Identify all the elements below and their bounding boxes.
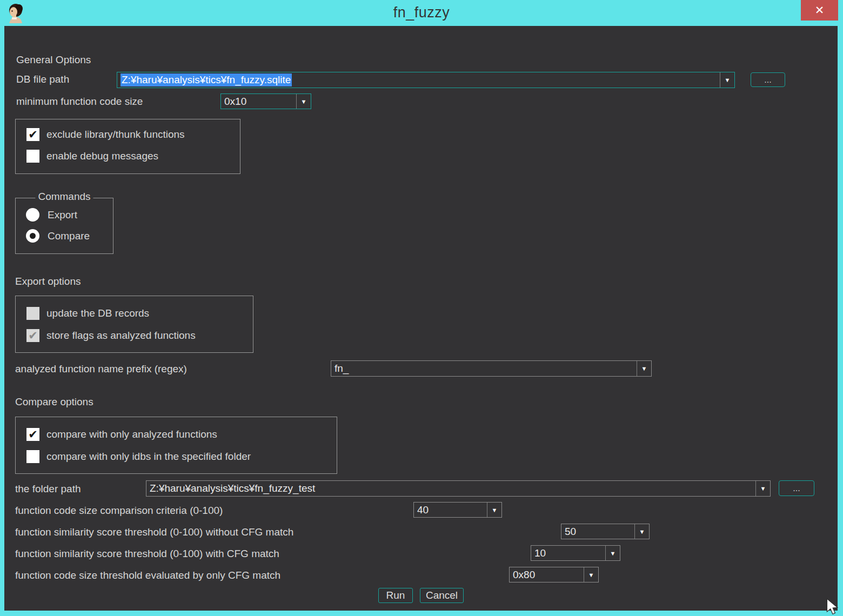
compare-checkbox-group: ✔ compare with only analyzed functions c… <box>15 417 337 474</box>
commands-legend: Commands <box>35 191 93 203</box>
checkbox-checked-icon[interactable]: ✔ <box>26 329 39 342</box>
checkbox-label: enable debug messages <box>46 150 158 162</box>
similarity-with-cfg-combobox[interactable]: 10 ▼ <box>531 545 620 561</box>
compare-analyzed-checkbox[interactable]: ✔ compare with only analyzed functions <box>26 428 217 441</box>
checkbox-label: exclude library/thunk functions <box>46 129 185 140</box>
checkbox-checked-icon[interactable]: ✔ <box>26 128 39 141</box>
cfg-only-threshold-label: function code size threshold evaluated b… <box>15 568 280 582</box>
cfg-only-threshold-value: 0x80 <box>510 567 584 582</box>
checkbox-unchecked-icon[interactable] <box>26 307 39 320</box>
similarity-without-cfg-label: function similarity score threshold (0-1… <box>15 525 293 539</box>
checkbox-label: update the DB records <box>46 307 149 319</box>
checkbox-checked-icon[interactable]: ✔ <box>26 428 39 441</box>
prefix-label: analyzed function name prefix (regex) <box>15 362 187 376</box>
radio-selected-icon[interactable] <box>26 229 39 243</box>
export-checkbox-group: update the DB records ✔ store flags as a… <box>15 296 253 353</box>
dropdown-arrow-icon[interactable]: ▼ <box>720 72 734 88</box>
checkbox-unchecked-icon[interactable] <box>26 150 39 163</box>
folder-path-value: Z:¥haru¥analysis¥tics¥fn_fuzzy_test <box>146 481 755 496</box>
dropdown-arrow-icon[interactable]: ▼ <box>634 524 649 539</box>
export-options-heading: Export options <box>15 274 81 289</box>
close-icon: ✕ <box>815 4 825 17</box>
similarity-with-cfg-value: 10 <box>531 546 605 560</box>
min-code-size-combobox[interactable]: 0x10 ▼ <box>220 93 311 109</box>
checkbox-label: compare with only idbs in the specified … <box>46 451 251 463</box>
similarity-without-cfg-combobox[interactable]: 50 ▼ <box>561 524 650 539</box>
exclude-library-checkbox[interactable]: ✔ exclude library/thunk functions <box>26 128 185 141</box>
close-button[interactable]: ✕ <box>801 0 838 21</box>
similarity-without-cfg-value: 50 <box>561 524 634 539</box>
cancel-button[interactable]: Cancel <box>420 588 464 603</box>
checkbox-label: compare with only analyzed functions <box>46 428 217 440</box>
dropdown-arrow-icon[interactable]: ▼ <box>584 567 598 582</box>
compare-options-heading: Compare options <box>15 395 93 409</box>
compare-idbs-folder-checkbox[interactable]: compare with only idbs in the specified … <box>26 450 251 463</box>
checkbox-label: store flags as analyzed functions <box>46 330 196 342</box>
radio-label: Compare <box>48 230 90 242</box>
code-size-criteria-combobox[interactable]: 40 ▼ <box>413 502 502 518</box>
similarity-with-cfg-label: function similarity score threshold (0-1… <box>15 547 279 561</box>
radio-label: Export <box>48 209 77 221</box>
folder-path-browse-button[interactable]: ... <box>779 480 814 496</box>
update-db-records-checkbox[interactable]: update the DB records <box>26 307 149 320</box>
store-flags-checkbox[interactable]: ✔ store flags as analyzed functions <box>26 329 196 342</box>
db-file-path-browse-button[interactable]: ... <box>751 72 785 87</box>
dropdown-arrow-icon[interactable]: ▼ <box>296 94 311 109</box>
prefix-combobox[interactable]: fn_ ▼ <box>331 360 652 377</box>
general-checkbox-group: ✔ exclude library/thunk functions enable… <box>15 119 240 174</box>
code-size-criteria-label: function code size comparison criteria (… <box>15 504 223 518</box>
enable-debug-checkbox[interactable]: enable debug messages <box>26 150 158 163</box>
cfg-only-threshold-combobox[interactable]: 0x80 ▼ <box>509 567 599 582</box>
export-radio[interactable]: Export <box>26 208 77 222</box>
folder-path-label: the folder path <box>15 482 81 496</box>
dialog-content: General Options DB file path Z:¥haru¥ana… <box>4 26 838 611</box>
db-file-path-label: DB file path <box>16 72 69 86</box>
prefix-value: fn_ <box>331 361 637 376</box>
titlebar[interactable]: fn_fuzzy ✕ <box>0 0 843 26</box>
db-file-path-combobox[interactable]: Z:¥haru¥analysis¥tics¥fn_fuzzy.sqlite ▼ <box>117 72 735 88</box>
folder-path-combobox[interactable]: Z:¥haru¥analysis¥tics¥fn_fuzzy_test ▼ <box>146 480 771 497</box>
min-code-size-label: minimum function code size <box>16 95 143 109</box>
dropdown-arrow-icon[interactable]: ▼ <box>605 546 620 560</box>
dropdown-arrow-icon[interactable]: ▼ <box>487 503 501 517</box>
dropdown-arrow-icon[interactable]: ▼ <box>755 481 770 496</box>
db-file-path-value: Z:¥haru¥analysis¥tics¥fn_fuzzy.sqlite <box>117 72 720 88</box>
radio-unselected-icon[interactable] <box>26 208 39 222</box>
general-options-heading: General Options <box>16 53 91 67</box>
window-title: fn_fuzzy <box>0 4 843 21</box>
dropdown-arrow-icon[interactable]: ▼ <box>637 361 651 376</box>
compare-radio[interactable]: Compare <box>26 229 90 243</box>
min-code-size-value: 0x10 <box>221 94 296 109</box>
checkbox-unchecked-icon[interactable] <box>26 450 39 463</box>
commands-group: Commands Export Compare <box>15 198 113 254</box>
fn-fuzzy-dialog: fn_fuzzy ✕ General Options DB file path … <box>0 0 843 616</box>
code-size-criteria-value: 40 <box>414 503 487 517</box>
run-button[interactable]: Run <box>378 588 413 603</box>
